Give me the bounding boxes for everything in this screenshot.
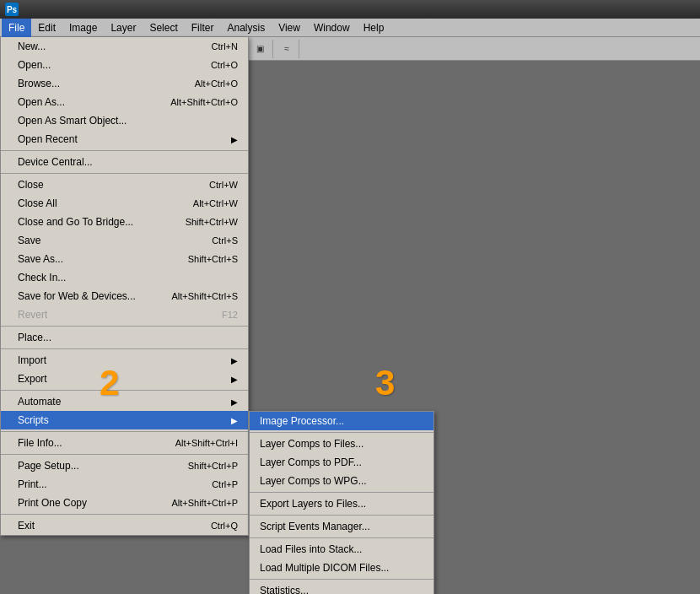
menu-item-label: Save: [18, 235, 40, 246]
scripts-submenu-separator-9: [250, 537, 433, 538]
menu-shortcut: Ctrl+W: [209, 180, 238, 190]
menu-bar: FileEditImageLayerSelectFilterAnalysisVi…: [0, 19, 700, 37]
file-menu-item-check-in---[interactable]: Check In...: [1, 268, 248, 287]
menu-shortcut: Ctrl+S: [212, 235, 238, 246]
file-menu-item-scripts[interactable]: Scripts▶: [1, 411, 248, 429]
title-bar: Ps: [0, 0, 700, 19]
menu-shortcut: F12: [222, 310, 238, 320]
scripts-submenu-separator-5: [250, 492, 433, 493]
file-menu-item-exit[interactable]: ExitCtrl+Q: [1, 516, 248, 535]
menu-separator-6: [1, 150, 248, 151]
scripts-item-load-files-into-stack---[interactable]: Load Files into Stack...: [250, 540, 433, 559]
scripts-item-layer-comps-to-wpg---[interactable]: Layer Comps to WPG...: [250, 472, 433, 490]
scripts-item-layer-comps-to-files---[interactable]: Layer Comps to Files...: [250, 435, 433, 453]
menu-item-label: Device Central...: [18, 156, 93, 168]
menu-item-edit[interactable]: Edit: [31, 19, 62, 37]
file-menu-item-save-as---[interactable]: Save As...Shift+Ctrl+S: [1, 250, 248, 268]
file-menu-item-device-central---[interactable]: Device Central...: [1, 153, 248, 171]
menu-item-label: Automate: [18, 396, 61, 408]
file-menu-item-open-as-smart-object---[interactable]: Open As Smart Object...: [1, 111, 248, 130]
scripts-item-script-events-manager---[interactable]: Script Events Manager...: [250, 517, 433, 536]
scripts-item-statistics---[interactable]: Statistics...: [250, 581, 433, 594]
file-menu-item-print---[interactable]: Print...Ctrl+P: [1, 475, 248, 494]
menu-item-label: Save As...: [18, 253, 63, 265]
menu-shortcut: Alt+Shift+Ctrl+S: [171, 291, 238, 301]
submenu-arrow: ▶: [231, 416, 238, 425]
scripts-submenu-separator-1: [250, 432, 433, 433]
submenu-arrow: ▶: [231, 135, 238, 144]
menu-item-label: Check In...: [18, 272, 66, 284]
file-menu-item-close-and-go-to-bridge---[interactable]: Close and Go To Bridge...Shift+Ctrl+W: [1, 213, 248, 231]
file-menu-item-revert: RevertF12: [1, 305, 248, 324]
menu-shortcut: Alt+Ctrl+W: [193, 198, 238, 208]
menu-item-filter[interactable]: Filter: [185, 19, 221, 37]
scripts-item-label: Export Layers to Files...: [260, 498, 366, 510]
file-menu-item-new---[interactable]: New...Ctrl+N: [1, 37, 248, 56]
menu-separator-22: [1, 390, 248, 391]
file-menu-item-export[interactable]: Export▶: [1, 370, 248, 388]
menu-item-window[interactable]: Window: [307, 19, 357, 37]
scripts-item-export-layers-to-files---[interactable]: Export Layers to Files...: [250, 494, 433, 513]
menu-item-help[interactable]: Help: [357, 19, 391, 37]
menu-separator-27: [1, 454, 248, 455]
app-logo: Ps: [5, 3, 19, 16]
file-menu-dropdown: New...Ctrl+NOpen...Ctrl+OBrowse...Alt+Ct…: [0, 37, 249, 536]
file-menu-item-open-as---[interactable]: Open As...Alt+Shift+Ctrl+O: [1, 93, 248, 111]
file-menu-item-close[interactable]: CloseCtrl+W: [1, 176, 248, 194]
scripts-item-layer-comps-to-pdf---[interactable]: Layer Comps to PDF...: [250, 453, 433, 472]
menu-separator-25: [1, 431, 248, 432]
file-menu-item-place---[interactable]: Place...: [1, 328, 248, 347]
file-menu-item-print-one-copy[interactable]: Print One CopyAlt+Shift+Ctrl+P: [1, 494, 248, 512]
menu-item-label: Close All: [18, 197, 57, 209]
scripts-item-label: Load Files into Stack...: [260, 543, 362, 555]
scripts-item-image-processor---[interactable]: Image Processor...: [250, 412, 433, 430]
menu-shortcut: Ctrl+N: [212, 41, 238, 51]
menu-separator-19: [1, 348, 248, 349]
menu-separator-31: [1, 514, 248, 515]
toolbar-group-5: ≈: [275, 40, 299, 58]
menu-shortcut: Alt+Ctrl+O: [195, 78, 238, 89]
menu-item-label: Print One Copy: [18, 497, 87, 509]
menu-item-view[interactable]: View: [272, 19, 307, 37]
menu-item-label: Scripts: [18, 414, 49, 426]
menu-shortcut: Alt+Shift+Ctrl+P: [171, 498, 238, 508]
scripts-submenu-separator-7: [250, 515, 433, 516]
submenu-arrow: ▶: [231, 397, 238, 407]
file-menu-item-save-for-web---devices---[interactable]: Save for Web & Devices...Alt+Shift+Ctrl+…: [1, 287, 248, 305]
menu-item-image[interactable]: Image: [62, 19, 104, 37]
menu-item-label: Exit: [18, 520, 35, 532]
scripts-item-load-multiple-dicom-files---[interactable]: Load Multiple DICOM Files...: [250, 559, 433, 577]
scripts-item-label: Load Multiple DICOM Files...: [260, 562, 389, 574]
scripts-submenu-separator-12: [250, 579, 433, 580]
menu-shortcut: Shift+Ctrl+W: [186, 217, 238, 227]
menu-item-label: Import: [18, 354, 46, 366]
menu-shortcut: Shift+Ctrl+S: [188, 254, 238, 264]
menu-shortcut: Alt+Shift+Ctrl+O: [170, 97, 238, 107]
menu-shortcut: Ctrl+O: [211, 60, 238, 70]
file-menu-item-page-setup---[interactable]: Page Setup...Shift+Ctrl+P: [1, 456, 248, 475]
file-menu-item-open---[interactable]: Open...Ctrl+O: [1, 56, 248, 74]
toolbar-btn-11[interactable]: ≈: [278, 40, 295, 57]
menu-item-label: New...: [18, 40, 46, 52]
menu-item-label: Close: [18, 179, 44, 191]
menu-item-label: Open As Smart Object...: [18, 115, 127, 127]
file-menu-item-automate[interactable]: Automate▶: [1, 392, 248, 411]
file-menu-item-import[interactable]: Import▶: [1, 351, 248, 370]
scripts-item-label: Layer Comps to Files...: [260, 438, 363, 450]
menu-item-file[interactable]: File: [2, 19, 31, 37]
file-menu-item-file-info---[interactable]: File Info...Alt+Shift+Ctrl+I: [1, 434, 248, 452]
file-menu-item-browse---[interactable]: Browse...Alt+Ctrl+O: [1, 74, 248, 93]
menu-item-select[interactable]: Select: [143, 19, 184, 37]
submenu-arrow: ▶: [231, 375, 238, 384]
menu-item-label: File Info...: [18, 437, 62, 449]
file-menu-item-close-all[interactable]: Close AllAlt+Ctrl+W: [1, 194, 248, 213]
toolbar-btn-10[interactable]: ▣: [252, 40, 269, 57]
file-menu-item-save[interactable]: SaveCtrl+S: [1, 231, 248, 250]
menu-item-label: Open...: [18, 59, 51, 71]
menu-item-analysis[interactable]: Analysis: [220, 19, 272, 37]
menu-shortcut: Ctrl+P: [212, 479, 238, 489]
menu-item-layer[interactable]: Layer: [104, 19, 143, 37]
menu-item-label: Page Setup...: [18, 460, 79, 472]
menu-item-label: Open Recent: [18, 133, 78, 145]
file-menu-item-open-recent[interactable]: Open Recent▶: [1, 130, 248, 148]
